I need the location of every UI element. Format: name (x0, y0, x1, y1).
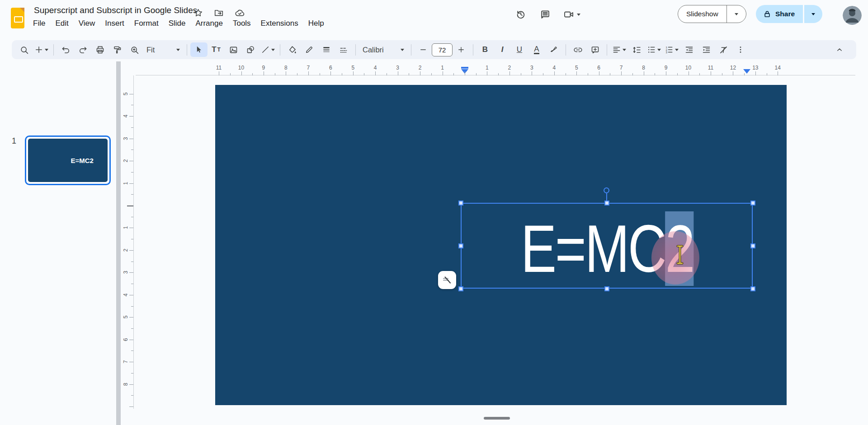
resize-handle-bottom-left[interactable] (458, 286, 463, 291)
clear-formatting-button[interactable] (715, 42, 732, 57)
more-options-button[interactable] (732, 42, 749, 57)
hide-menus-button[interactable] (831, 42, 848, 57)
autofit-icon (442, 275, 453, 285)
share-button[interactable]: Share (756, 5, 803, 23)
insert-image-button[interactable] (225, 42, 242, 57)
menu-item-format[interactable]: Format (129, 17, 164, 30)
numbered-list-button[interactable]: 123 (663, 42, 680, 57)
v-ruler-tick (131, 284, 133, 284)
share-button-group: Share (756, 5, 822, 23)
select-tool-button[interactable] (190, 42, 208, 57)
version-history-icon[interactable] (514, 8, 527, 21)
highlight-color-button[interactable] (545, 42, 562, 57)
menu-item-edit[interactable]: Edit (50, 17, 73, 30)
italic-button[interactable]: I (494, 42, 511, 57)
header: Superscript and Subscript in Google Slid… (0, 0, 868, 40)
line-spacing-button[interactable] (628, 42, 645, 57)
google-slides-logo[interactable] (11, 8, 24, 28)
slide-thumbnail-preview: E=MC2 (28, 139, 108, 182)
avatar-image (843, 6, 862, 25)
account-avatar[interactable] (843, 6, 862, 25)
increase-font-size-button[interactable] (453, 42, 470, 57)
first-line-indent-marker[interactable] (461, 67, 468, 69)
h-ruler-label: 2 (508, 65, 511, 71)
menus-search-button[interactable] (15, 42, 33, 57)
menu-item-tools[interactable]: Tools (228, 17, 256, 30)
h-ruler-tick (666, 71, 666, 75)
document-title[interactable]: Superscript and Subscript in Google Slid… (34, 5, 197, 15)
insert-link-button[interactable] (569, 42, 586, 57)
h-ruler-tick (576, 71, 577, 75)
insert-line-button[interactable] (259, 42, 277, 57)
h-ruler-tick (264, 71, 264, 75)
resize-handle-top-right[interactable] (750, 201, 755, 205)
slide-thumbnail[interactable]: E=MC2 (25, 135, 111, 185)
resize-handle-bottom-right[interactable] (750, 286, 755, 291)
font-family-select[interactable]: Calibri (359, 42, 408, 57)
rotation-handle[interactable] (604, 187, 609, 193)
add-comment-button[interactable] (586, 42, 604, 57)
menu-item-view[interactable]: View (74, 17, 100, 30)
resize-handle-top-left[interactable] (458, 201, 463, 205)
bulleted-list-button[interactable] (645, 42, 663, 57)
h-ruler-tick (353, 71, 354, 75)
menubar: FileEditViewInsertFormatSlideArrangeTool… (28, 17, 329, 30)
zoom-fit-select[interactable]: Fit (143, 42, 184, 57)
v-ruler-tick (131, 217, 133, 217)
h-ruler-tick (655, 73, 655, 75)
align-button[interactable] (610, 42, 628, 57)
new-slide-button[interactable] (33, 42, 50, 57)
resize-handle-middle-left[interactable] (458, 243, 463, 248)
redo-button[interactable] (74, 42, 91, 57)
decrease-font-size-button[interactable] (415, 42, 432, 57)
slideshow-button[interactable]: Slideshow (678, 5, 746, 23)
increase-indent-button[interactable] (698, 42, 715, 57)
font-family-value: Calibri (363, 46, 384, 54)
text-color-button[interactable]: A (528, 42, 545, 57)
bold-button[interactable]: B (476, 42, 494, 57)
h-ruler-tick (297, 73, 297, 75)
resize-handle-middle-right[interactable] (750, 243, 755, 248)
undo-button[interactable] (57, 42, 74, 57)
zoom-button[interactable] (126, 42, 143, 57)
filmstrip-scrollbar[interactable] (116, 61, 121, 425)
chevron-down-icon (735, 13, 738, 15)
share-options-button[interactable] (804, 5, 822, 23)
share-label: Share (775, 10, 795, 18)
menu-item-slide[interactable]: Slide (164, 17, 191, 30)
fill-color-button[interactable] (283, 42, 301, 57)
border-weight-button[interactable] (318, 42, 335, 57)
decrease-indent-button[interactable] (680, 42, 698, 57)
toolbar-divider (187, 44, 187, 56)
chevron-down-icon (45, 49, 48, 51)
slideshow-options-button[interactable] (727, 13, 746, 15)
menu-item-insert[interactable]: Insert (100, 17, 129, 30)
h-ruler-tick (610, 73, 610, 75)
autofit-indicator-button[interactable] (438, 271, 456, 289)
speaker-notes-handle[interactable] (484, 417, 510, 420)
text-box-selection[interactable] (461, 203, 753, 289)
v-ruler-label: 2 (123, 249, 129, 252)
comments-icon[interactable] (539, 8, 552, 21)
h-ruler-tick (588, 73, 588, 75)
meet-camera-button[interactable] (563, 9, 580, 20)
underline-button[interactable]: U (511, 42, 528, 57)
menu-item-help[interactable]: Help (303, 17, 329, 30)
menu-item-extensions[interactable]: Extensions (256, 17, 303, 30)
menu-item-arrange[interactable]: Arrange (190, 17, 227, 30)
resize-handle-top-middle[interactable] (604, 201, 609, 205)
insert-shape-button[interactable] (242, 42, 259, 57)
h-ruler-label: 11 (708, 65, 713, 71)
paint-format-button[interactable] (108, 42, 126, 57)
print-button[interactable] (91, 42, 108, 57)
font-size-input[interactable]: 72 (432, 43, 453, 56)
resize-handle-bottom-middle[interactable] (604, 286, 609, 291)
text-box-button[interactable]: TT (208, 42, 225, 57)
h-ruler-label: 14 (775, 65, 781, 71)
border-color-button[interactable] (301, 42, 318, 57)
h-ruler-tick (733, 71, 733, 75)
border-dash-button[interactable] (335, 42, 352, 57)
menu-item-file[interactable]: File (28, 17, 50, 30)
h-ruler-tick (320, 73, 320, 75)
h-ruler-tick (330, 71, 331, 75)
